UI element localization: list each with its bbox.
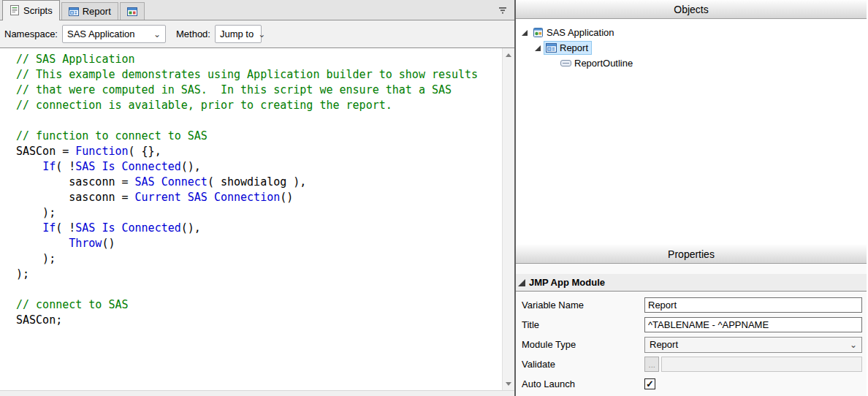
- section-title: JMP App Module: [529, 277, 605, 288]
- editor-wrap: // SAS Application// This example demons…: [0, 48, 514, 390]
- vertical-scrollbar[interactable]: [502, 48, 514, 390]
- variable-name-label: Variable Name: [522, 300, 644, 311]
- scrollbar-track[interactable]: [503, 61, 514, 378]
- method-dropdown[interactable]: Jump to ⌄: [215, 25, 262, 43]
- expand-arrow-icon[interactable]: [522, 30, 528, 36]
- properties-panel-header: Properties: [516, 245, 867, 264]
- report-window-icon: [69, 7, 79, 17]
- tree-item-report[interactable]: Report: [516, 40, 867, 56]
- title-input[interactable]: [644, 317, 862, 332]
- auto-launch-row: Auto Launch ✓: [522, 374, 862, 394]
- properties-grid: Variable Name Title Module Type Report ⌄: [516, 292, 867, 394]
- scroll-up-icon[interactable]: [503, 48, 514, 61]
- horizontal-scrollbar[interactable]: [0, 390, 514, 396]
- check-icon: ✓: [646, 379, 654, 389]
- auto-launch-checkbox[interactable]: ✓: [644, 378, 655, 389]
- tab-report[interactable]: Report: [61, 2, 118, 20]
- tab-scripts[interactable]: Scripts: [2, 0, 60, 20]
- validate-ellipsis-button[interactable]: ...: [644, 357, 659, 372]
- objects-panel-header: Objects: [516, 0, 867, 19]
- module-type-row: Module Type Report ⌄: [522, 335, 862, 354]
- namespace-label: Namespace:: [4, 28, 58, 39]
- tab-report-label: Report: [83, 6, 111, 17]
- properties-title: Properties: [668, 248, 715, 260]
- jmp-app-builder-window: Scripts Report Namespace: SAS Applica: [0, 0, 868, 396]
- chevron-down-icon: ⌄: [153, 31, 161, 38]
- tree-item-label: Report: [560, 42, 588, 53]
- validate-row: Validate ...: [522, 354, 862, 374]
- app-window-icon: [127, 7, 137, 17]
- tree-item-label: ReportOutline: [574, 58, 633, 69]
- code-editor[interactable]: // SAS Application// This example demons…: [0, 48, 502, 390]
- module-type-value: Report: [650, 339, 678, 350]
- properties-body: JMP App Module Variable Name Title Modul…: [516, 264, 867, 396]
- expand-arrow-icon[interactable]: [535, 45, 541, 51]
- validate-input: [661, 357, 862, 372]
- filter-icon[interactable]: [497, 5, 509, 15]
- tab-scripts-label: Scripts: [23, 5, 53, 16]
- objects-tree: SAS Application Report ReportOutline: [516, 19, 867, 245]
- script-editor-panel: Scripts Report Namespace: SAS Applica: [0, 0, 516, 396]
- validate-label: Validate: [522, 359, 644, 370]
- namespace-value: SAS Application: [67, 28, 135, 39]
- title-label: Title: [522, 319, 644, 330]
- scroll-down-icon[interactable]: [503, 378, 514, 390]
- method-label: Method:: [176, 28, 210, 39]
- editor-tabstrip: Scripts Report: [0, 0, 514, 20]
- title-row: Title: [522, 315, 862, 335]
- variable-name-input[interactable]: [644, 297, 862, 313]
- script-page-icon: [9, 5, 20, 15]
- application-icon: [533, 27, 544, 38]
- script-toolbar: Namespace: SAS Application ⌄ Method: Jum…: [0, 20, 514, 48]
- tree-item-sas-application[interactable]: SAS Application: [516, 25, 867, 40]
- chevron-down-icon: ⌄: [850, 341, 857, 349]
- tab-application[interactable]: [120, 2, 145, 20]
- namespace-dropdown[interactable]: SAS Application ⌄: [62, 25, 166, 43]
- module-type-dropdown[interactable]: Report ⌄: [644, 337, 862, 353]
- objects-title: Objects: [674, 4, 708, 15]
- method-value: Jump to: [220, 28, 254, 39]
- module-type-label: Module Type: [522, 339, 644, 350]
- report-icon: [546, 42, 557, 53]
- variable-name-row: Variable Name: [522, 295, 862, 315]
- collapse-arrow-icon[interactable]: [518, 279, 525, 286]
- chevron-down-icon: ⌄: [258, 31, 265, 38]
- auto-launch-label: Auto Launch: [522, 378, 644, 389]
- objects-properties-panel: Objects SAS Application Report: [516, 0, 867, 396]
- tree-item-label: SAS Application: [547, 27, 614, 38]
- tree-item-reportoutline[interactable]: ReportOutline: [516, 56, 867, 71]
- outline-icon: [560, 60, 571, 66]
- section-jmp-app-module[interactable]: JMP App Module: [516, 274, 867, 292]
